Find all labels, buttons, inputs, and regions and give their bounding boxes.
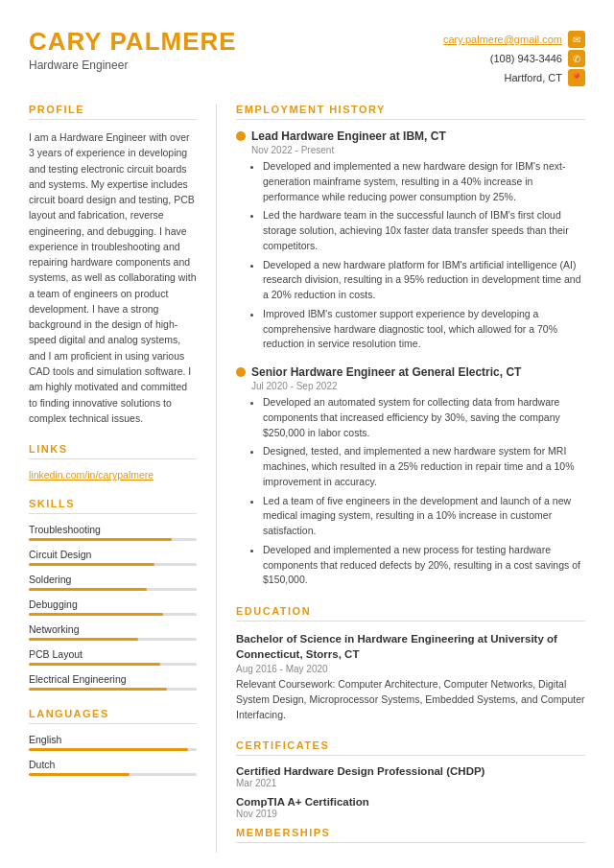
job-bullet: Led a team of five engineers in the deve… <box>263 494 585 539</box>
job-dot <box>236 131 246 141</box>
left-column: PROFILE I am a Hardware Engineer with ov… <box>29 104 216 853</box>
skill-item: Troubleshooting <box>29 524 197 541</box>
email-icon: ✉ <box>568 31 585 48</box>
header: CARY PALMERE Hardware Engineer cary.palm… <box>0 0 614 104</box>
education-list: Bachelor of Science in Hardware Engineer… <box>236 631 585 722</box>
language-bar-bg <box>29 748 197 751</box>
job-bullet: Developed and implemented a new hardware… <box>263 159 585 204</box>
job-bullet: Developed an automated system for collec… <box>263 395 585 440</box>
language-name: English <box>29 734 197 745</box>
education-section-title: EDUCATION <box>236 605 585 622</box>
cert-name: CompTIA A+ Certification <box>236 796 585 808</box>
cert-date: Mar 2021 <box>236 778 585 788</box>
header-right: cary.palmere@gmail.com ✉ (108) 943-3446 … <box>443 31 585 86</box>
language-bar-fill <box>29 773 130 776</box>
languages-list: English Dutch <box>29 734 197 776</box>
skill-bar-fill <box>29 663 160 666</box>
education-item: Bachelor of Science in Hardware Engineer… <box>236 631 585 722</box>
skill-bar-fill <box>29 563 154 566</box>
skill-item: Electrical Engineering <box>29 673 197 691</box>
profile-section-title: PROFILE <box>29 104 197 120</box>
linkedin-link[interactable]: linkedin.com/in/carypalmere <box>29 469 154 481</box>
candidate-title: Hardware Engineer <box>29 59 237 72</box>
job-block: Senior Hardware Engineer at General Elec… <box>236 365 585 588</box>
skill-name: Circuit Design <box>29 549 197 560</box>
edu-coursework: Relevant Coursework: Computer Architectu… <box>236 677 585 722</box>
job-title-text: Lead Hardware Engineer at IBM, CT <box>251 129 446 143</box>
skill-name: Troubleshooting <box>29 524 197 535</box>
job-block: Lead Hardware Engineer at IBM, CT Nov 20… <box>236 129 585 352</box>
skill-item: Debugging <box>29 598 197 616</box>
skill-bar-fill <box>29 638 138 641</box>
location-icon: 📍 <box>568 69 585 86</box>
language-name: Dutch <box>29 759 197 770</box>
email-link[interactable]: cary.palmere@gmail.com <box>443 34 562 45</box>
email-row: cary.palmere@gmail.com ✉ <box>443 31 585 48</box>
skill-item: Circuit Design <box>29 549 197 566</box>
skill-name: Debugging <box>29 598 197 610</box>
employment-section-title: EMPLOYMENT HISTORY <box>236 104 585 120</box>
job-title: Lead Hardware Engineer at IBM, CT <box>236 129 585 143</box>
job-title-text: Senior Hardware Engineer at General Elec… <box>251 365 521 379</box>
skill-item: Networking <box>29 623 197 641</box>
language-item: Dutch <box>29 759 197 776</box>
main-content: PROFILE I am a Hardware Engineer with ov… <box>0 104 614 868</box>
skill-item: Soldering <box>29 574 197 591</box>
job-dot <box>236 367 246 377</box>
skills-section-title: SKILLS <box>29 498 197 514</box>
language-bar-fill <box>29 748 188 751</box>
phone-text: (108) 943-3446 <box>490 53 562 64</box>
job-date: Jul 2020 - Sep 2022 <box>251 381 585 391</box>
languages-section-title: LANGUAGES <box>29 708 197 724</box>
job-bullet: Led the hardware team in the successful … <box>263 208 585 253</box>
skill-bar-fill <box>29 613 163 616</box>
location-row: Hartford, CT 📍 <box>504 69 585 86</box>
skills-list: Troubleshooting Circuit Design Soldering… <box>29 524 197 691</box>
profile-text: I am a Hardware Engineer with over 3 yea… <box>29 129 197 426</box>
skill-bar-bg <box>29 538 197 541</box>
header-left: CARY PALMERE Hardware Engineer <box>29 27 237 72</box>
skill-bar-bg <box>29 613 197 616</box>
right-column: EMPLOYMENT HISTORY Lead Hardware Enginee… <box>216 104 585 853</box>
edu-degree: Bachelor of Science in Hardware Engineer… <box>236 631 585 662</box>
job-bullet: Improved IBM's customer support experien… <box>263 307 585 352</box>
memberships-section-title: MEMBERSHIPS <box>236 827 585 843</box>
job-date: Nov 2022 - Present <box>251 145 585 155</box>
certificates-section-title: CERTIFICATES <box>236 739 585 756</box>
phone-row: (108) 943-3446 ✆ <box>490 50 585 67</box>
certificate-item: CompTIA A+ Certification Nov 2019 <box>236 796 585 819</box>
job-bullets-list: Developed and implemented a new hardware… <box>251 159 585 352</box>
skill-bar-bg <box>29 688 197 691</box>
skill-name: Soldering <box>29 574 197 585</box>
skill-bar-bg <box>29 563 197 566</box>
jobs-list: Lead Hardware Engineer at IBM, CT Nov 20… <box>236 129 585 588</box>
cert-name: Certified Hardware Design Professional (… <box>236 765 585 777</box>
cert-date: Nov 2019 <box>236 809 585 819</box>
skill-bar-bg <box>29 663 197 666</box>
certificate-item: Certified Hardware Design Professional (… <box>236 765 585 788</box>
language-bar-bg <box>29 773 197 776</box>
location-text: Hartford, CT <box>504 72 562 83</box>
skill-bar-fill <box>29 538 172 541</box>
phone-icon: ✆ <box>568 50 585 67</box>
candidate-name: CARY PALMERE <box>29 27 237 57</box>
skill-name: PCB Layout <box>29 648 197 660</box>
links-section-title: LINKS <box>29 443 197 459</box>
job-bullet: Developed a new hardware platform for IB… <box>263 258 585 303</box>
skill-name: Networking <box>29 623 197 635</box>
language-item: English <box>29 734 197 751</box>
edu-date: Aug 2016 - May 2020 <box>236 664 585 674</box>
skill-bar-bg <box>29 588 197 591</box>
skill-bar-fill <box>29 688 167 691</box>
skill-bar-fill <box>29 588 147 591</box>
job-bullets-list: Developed an automated system for collec… <box>251 395 585 588</box>
skill-item: PCB Layout <box>29 648 197 666</box>
job-bullet: Developed and implemented a new process … <box>263 543 585 588</box>
links-list: linkedin.com/in/carypalmere <box>29 469 197 481</box>
certificates-list: Certified Hardware Design Professional (… <box>236 765 585 819</box>
skill-bar-bg <box>29 638 197 641</box>
job-title: Senior Hardware Engineer at General Elec… <box>236 365 585 379</box>
skill-name: Electrical Engineering <box>29 673 197 685</box>
job-bullet: Designed, tested, and implemented a new … <box>263 444 585 489</box>
